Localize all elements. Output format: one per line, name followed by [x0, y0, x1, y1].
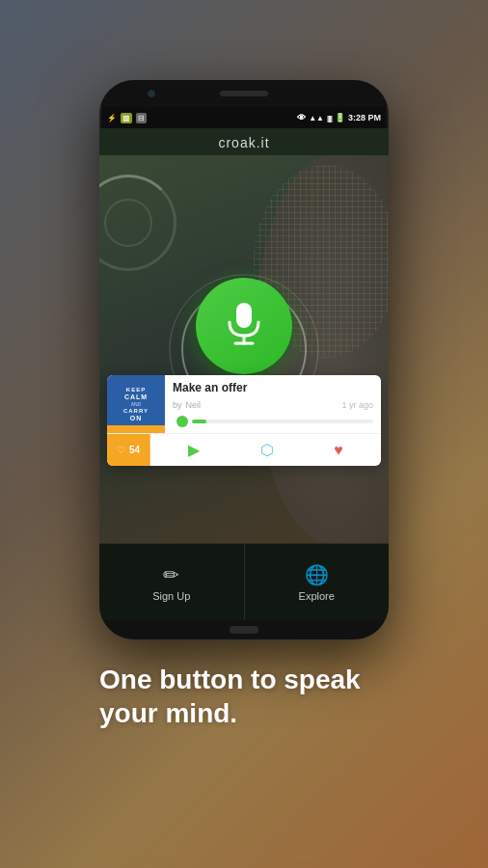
eye-icon: 👁 [297, 113, 306, 122]
status-left: ⚡ ▩ ⊟ [107, 113, 147, 123]
status-time: 3:28 PM [348, 113, 381, 122]
phone-shell: ⚡ ▩ ⊟ 👁 ▲▲ |||| 🔋 3:28 PM croak.it [99, 80, 389, 639]
status-right: 👁 ▲▲ |||| 🔋 3:28 PM [297, 113, 381, 122]
card-action-buttons: ▶ ⬡ ♥ [150, 441, 381, 459]
tagline-line1: One button to speak [99, 663, 389, 696]
status-bar: ⚡ ▩ ⊟ 👁 ▲▲ |||| 🔋 3:28 PM [99, 107, 389, 128]
card-progress-row [173, 416, 373, 427]
explore-button[interactable]: 🌐 Explore [245, 544, 390, 620]
svg-rect-1 [240, 307, 246, 312]
heart-icon: ♡ [117, 445, 125, 455]
phone-camera [148, 90, 155, 97]
favorite-button[interactable]: ♥ [334, 442, 343, 459]
sign-up-button[interactable]: ✏ Sign Up [99, 544, 245, 620]
progress-fill [192, 420, 206, 423]
phone-top-bezel [99, 80, 389, 107]
phone-home-button[interactable] [230, 626, 258, 634]
card-meta: by Neil 1 yr ago [173, 400, 373, 410]
sign-up-icon: ✏ [163, 563, 179, 586]
thumb-on: ON [130, 415, 143, 421]
share-button[interactable]: ⬡ [260, 441, 274, 459]
card-top-section: KEEP CALM AND CARRY ON Make an offer [107, 375, 381, 433]
card-by-label: by [173, 400, 182, 410]
card-title: Make an offer [173, 381, 373, 394]
card-content: Make an offer by Neil 1 yr ago [165, 375, 381, 433]
sign-up-label: Sign Up [152, 590, 190, 602]
record-area: Push to Croak! KEEP CALM AND CARRY ON [99, 155, 389, 543]
bottom-nav: ✏ Sign Up 🌐 Explore [99, 543, 389, 620]
usb-icon: ⚡ [107, 114, 117, 122]
app-icon-1: ▩ [121, 113, 132, 123]
progress-dot [176, 416, 188, 427]
explore-icon: 🌐 [305, 563, 329, 586]
notification-card[interactable]: KEEP CALM AND CARRY ON Make an offer [107, 375, 381, 466]
push-to-croak-button[interactable] [196, 278, 292, 374]
card-bottom-actions: ♡ 54 ▶ ⬡ ♥ [107, 433, 381, 466]
signal-icon: |||| [327, 114, 332, 122]
tagline-line2: your mind. [99, 696, 389, 730]
thumb-and: AND [131, 401, 142, 407]
thumb-calm: CALM [124, 393, 148, 400]
thumb-carry: CARRY [123, 408, 149, 414]
card-thumbnail: KEEP CALM AND CARRY ON [107, 375, 165, 433]
battery-icon: 🔋 [335, 113, 345, 122]
svg-rect-0 [236, 303, 252, 328]
wifi-icon: ▲▲ [309, 114, 324, 122]
card-author: Neil [186, 400, 202, 410]
vinyl-decoration-2 [104, 199, 152, 247]
microphone-icon [224, 301, 264, 351]
explore-label: Explore [299, 590, 335, 602]
thumb-orange-strip [107, 425, 165, 433]
app-screen: croak.it [99, 128, 389, 620]
phone-speaker [220, 91, 268, 96]
app-icon-2: ⊟ [136, 113, 147, 123]
app-title: croak.it [218, 135, 269, 150]
card-time-ago: 1 yr ago [341, 400, 373, 410]
likes-count: 54 [129, 445, 140, 455]
play-button[interactable]: ▶ [188, 441, 200, 459]
thumb-keep: KEEP [126, 387, 146, 393]
tagline-section: One button to speak your mind. [99, 663, 389, 730]
progress-bar-wrap [192, 420, 373, 423]
phone-bottom-bezel [99, 620, 389, 639]
app-header: croak.it [99, 128, 389, 155]
card-likes-section[interactable]: ♡ 54 [107, 434, 150, 466]
